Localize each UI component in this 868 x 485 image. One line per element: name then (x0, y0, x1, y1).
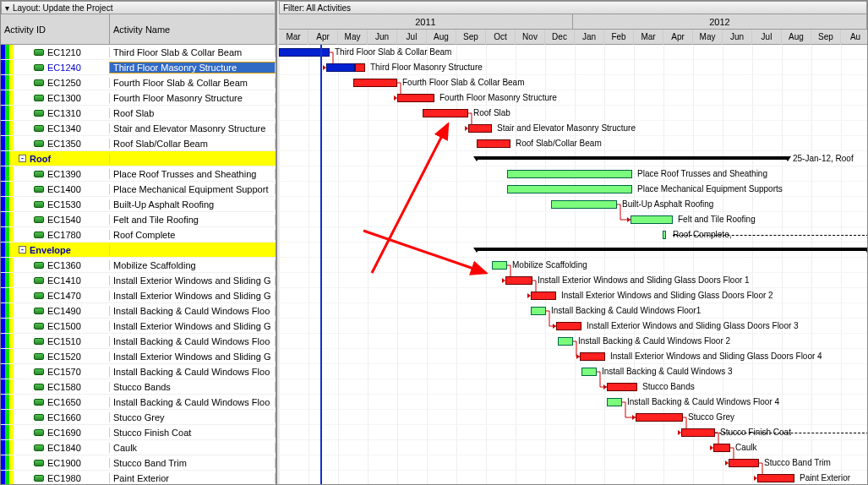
gantt-bar[interactable] (492, 261, 507, 270)
gantt-bar[interactable] (729, 459, 759, 467)
gantt-bar[interactable] (326, 63, 355, 72)
activity-row[interactable]: EC1340Stair and Elevator Masonry Structu… (1, 121, 276, 136)
activity-row[interactable]: EC1570Install Backing & Cauld Windows Fl… (1, 364, 276, 379)
gantt-bar[interactable] (279, 48, 330, 57)
activity-icon (34, 399, 44, 406)
gantt-bar[interactable] (531, 307, 546, 315)
activity-name-text: Install Exterior Windows and Sliding G (110, 275, 276, 286)
column-headers: Activity ID Activity Name (1, 14, 276, 45)
gantt-bar[interactable] (355, 63, 365, 72)
bar-label: Roof Complete, (673, 230, 731, 239)
summary-bar[interactable] (477, 248, 867, 251)
activity-icon (34, 323, 44, 330)
gantt-bar[interactable] (558, 337, 573, 346)
activity-row[interactable]: EC1470Install Exterior Windows and Slidi… (1, 288, 276, 303)
activity-name-text: Paint Exterior (110, 473, 276, 483)
gantt-bar[interactable] (636, 413, 683, 422)
activity-row[interactable]: EC1530Built-Up Asphalt Roofing (1, 197, 276, 212)
gantt-chart-area[interactable]: Third Floor Slab & Collar BeamThird Floo… (279, 45, 867, 484)
activity-name-text: Mobilize Scaffolding (110, 260, 276, 270)
gantt-bar[interactable] (353, 79, 397, 87)
activity-id-text: EC1390 (47, 169, 81, 179)
activity-icon (34, 460, 44, 466)
activity-id-text: EC1690 (47, 428, 81, 438)
activity-row[interactable]: EC1310Roof Slab (1, 106, 276, 121)
gantt-bar[interactable] (607, 398, 622, 406)
gantt-bar[interactable] (423, 109, 468, 117)
gantt-bar[interactable] (556, 322, 581, 330)
month-header: Au (841, 30, 868, 45)
activity-id-text: EC1650 (47, 397, 81, 407)
activity-row[interactable]: EC1580Stucco Bands (1, 379, 276, 395)
activity-icon (34, 125, 44, 132)
activity-row[interactable]: EC1840Caulk (1, 440, 276, 455)
activity-icon (34, 216, 44, 223)
timeline-header[interactable]: 20112012 MarAprMayJunJulAugSepOctNovDecJ… (279, 14, 867, 45)
activity-icon (34, 292, 44, 299)
gantt-bar[interactable] (531, 292, 556, 300)
bar-label: Install Exterior Windows and Sliding Gla… (538, 275, 750, 285)
activity-row[interactable]: EC1650Install Backing & Cauld Windows Fl… (1, 395, 276, 410)
activity-row[interactable]: EC1350Roof Slab/Collar Beam (1, 136, 276, 151)
collapse-icon[interactable]: - (19, 246, 26, 253)
chevron-down-icon[interactable]: ▾ (5, 3, 9, 13)
gantt-bar[interactable] (397, 94, 434, 102)
activity-icon (34, 171, 44, 177)
gantt-bar[interactable] (477, 139, 510, 148)
collapse-icon[interactable]: - (19, 155, 26, 162)
bar-label: Roof Slab/Collar Beam (516, 139, 602, 148)
activity-row[interactable]: EC1780Roof Complete (1, 227, 276, 243)
activity-name-text: Stucco Grey (110, 412, 276, 422)
col-activity-id[interactable]: Activity ID (1, 14, 110, 44)
bar-label: Mobilize Scaffolding (512, 260, 587, 270)
activity-id-text: EC1570 (47, 367, 81, 377)
activity-row[interactable]: EC1400Place Mechanical Equipment Support (1, 182, 276, 197)
activity-name-text: Stair and Elevator Masonry Structure (110, 123, 276, 134)
gantt-bar[interactable] (713, 444, 730, 452)
activity-row[interactable]: EC1300Fourth Floor Masonry Structure (1, 90, 276, 106)
activity-id-text: EC1400 (47, 184, 81, 194)
activity-row[interactable]: EC1390Place Roof Trusses and Sheathing (1, 166, 276, 182)
filter-header[interactable]: Filter: All Activities (279, 1, 867, 14)
activity-row[interactable]: EC1690Stucco Finish Coat (1, 425, 276, 440)
gantt-bar[interactable] (681, 428, 715, 437)
activity-row[interactable]: EC1210Third Floor Slab & Collar Beam (1, 45, 276, 60)
activity-row[interactable]: EC1510Install Backing & Cauld Windows Fl… (1, 334, 276, 349)
gantt-bar[interactable] (631, 215, 673, 224)
activity-name-text: Stucco Band Trim (110, 458, 276, 468)
summary-bar[interactable] (477, 156, 788, 160)
activity-row[interactable]: EC1660Stucco Grey (1, 410, 276, 425)
activity-row[interactable]: EC1520Install Exterior Windows and Slidi… (1, 349, 276, 364)
col-activity-name[interactable]: Activity Name (110, 14, 276, 44)
activity-row[interactable]: EC1490Install Backing & Cauld Windows Fl… (1, 303, 276, 319)
wbs-group-row[interactable]: -Roof (1, 151, 276, 166)
activity-row[interactable]: EC1980Paint Exterior (1, 471, 276, 484)
activity-id-text: EC1340 (47, 123, 81, 134)
bar-label: Stucco Grey (688, 412, 734, 422)
gantt-bar[interactable] (505, 276, 532, 285)
bar-label: Third Floor Slab & Collar Beam (335, 47, 451, 57)
activity-icon (34, 140, 44, 147)
gantt-bar[interactable] (551, 200, 617, 209)
gantt-bar[interactable] (607, 383, 637, 391)
activity-grid[interactable]: EC1210Third Floor Slab & Collar BeamEC12… (1, 45, 276, 484)
layout-header[interactable]: ▾ Layout: Update the Project (1, 1, 276, 14)
activity-row[interactable]: EC1360Mobilize Scaffolding (1, 258, 276, 273)
activity-row[interactable]: EC1250Fourth Floor Slab & Collar Beam (1, 75, 276, 90)
activity-row[interactable]: EC1500Install Exterior Windows and Slidi… (1, 319, 276, 334)
wbs-group-row[interactable]: -Envelope (1, 243, 276, 258)
activity-row[interactable]: EC1410Install Exterior Windows and Slidi… (1, 273, 276, 288)
gantt-bar[interactable] (757, 474, 794, 482)
activity-row[interactable]: EC1540Felt and Tile Roofing (1, 212, 276, 227)
gantt-bar[interactable] (663, 231, 666, 239)
gantt-pane: Filter: All Activities 20112012 MarAprMa… (279, 1, 867, 484)
gantt-bar[interactable] (507, 170, 632, 178)
activity-row[interactable]: EC1900Stucco Band Trim (1, 455, 276, 471)
gantt-bar[interactable] (581, 368, 597, 376)
activity-row[interactable]: EC1240Third Floor Masonry Structure (1, 60, 276, 75)
activity-name-text: Install Backing & Cauld Windows Floo (110, 306, 276, 316)
month-header: Apr (663, 30, 693, 45)
gantt-bar[interactable] (468, 124, 492, 133)
gantt-bar[interactable] (580, 352, 605, 361)
gantt-bar[interactable] (507, 185, 632, 193)
